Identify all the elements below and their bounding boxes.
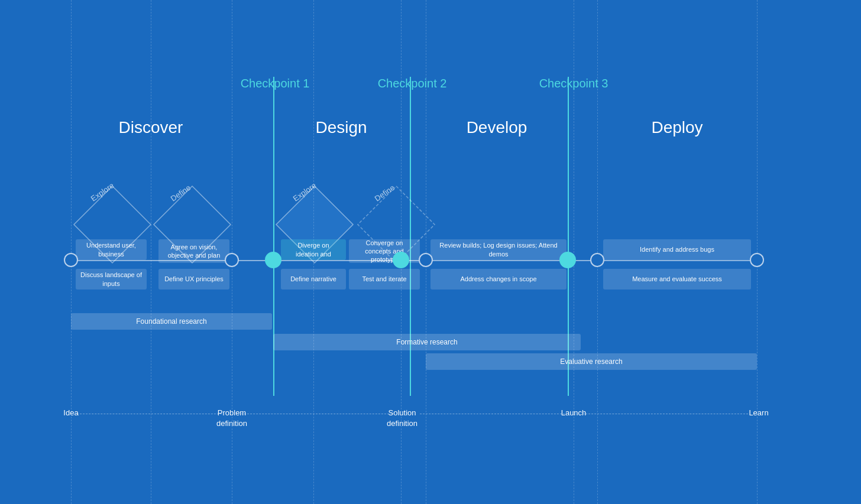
node-learn <box>750 253 764 267</box>
node-idea <box>64 253 78 267</box>
activity-understand: Understand user, business <box>76 239 147 260</box>
node-cp3-right <box>590 253 604 267</box>
milestone-solution: Solutiondefinition <box>373 408 432 429</box>
milestone-idea: Idea <box>53 408 89 418</box>
activity-converge: Converge on concepts and prototype <box>349 239 420 263</box>
bar-evaluative: Evaluative research <box>426 353 757 370</box>
phase-design: Design <box>273 118 409 137</box>
milestone-launch: Launch <box>556 408 591 418</box>
bottom-line-2 <box>241 414 392 414</box>
node-cp1-left <box>225 253 239 267</box>
node-cp3-left <box>559 252 576 268</box>
checkpoint-1-label: Checkpoint 1 <box>231 77 319 90</box>
milestone-problem: Problemdefinition <box>202 408 261 429</box>
node-cp2-right <box>419 253 433 267</box>
bar-foundational: Foundational research <box>71 313 272 330</box>
phase-deploy: Deploy <box>597 118 757 137</box>
activity-review: Review builds; Log design issues; Attend… <box>430 239 567 260</box>
vline-8 <box>597 0 598 504</box>
activity-diverge: Diverge on ideation and <box>281 239 346 260</box>
bottom-line-3 <box>420 414 565 414</box>
node-cp2-left <box>393 252 409 268</box>
checkpoint-3-label: Checkpoint 3 <box>529 77 618 90</box>
vline-7 <box>574 0 574 504</box>
bottom-line-1 <box>77 414 222 414</box>
bar-formative: Formative research <box>273 334 581 350</box>
checkpoint-2-label: Checkpoint 2 <box>368 77 457 90</box>
activity-test: Test and iterate <box>349 269 420 290</box>
activity-define-narrative: Define narrative <box>281 269 346 290</box>
activity-measure: Measure and evaluate success <box>603 269 751 290</box>
activity-agree: Agree on vision, objective and plan <box>158 239 229 263</box>
bar-foundational-label: Foundational research <box>136 317 206 326</box>
bar-evaluative-label: Evaluative research <box>560 357 622 366</box>
bar-formative-label: Formative research <box>396 338 457 346</box>
activity-address: Address changes in scope <box>430 269 567 290</box>
activity-define-ux: Define UX principles <box>158 269 229 290</box>
diagram-container: Checkpoint 1 Checkpoint 2 Checkpoint 3 D… <box>0 0 861 504</box>
phase-develop: Develop <box>426 118 568 137</box>
milestone-learn: Learn <box>744 408 773 418</box>
activity-identify: Identify and address bugs <box>603 239 751 260</box>
activity-discuss: Discuss landscape of inputs <box>76 269 147 290</box>
bottom-line-4 <box>582 414 748 414</box>
node-cp1-right <box>265 252 281 268</box>
phase-discover: Discover <box>77 118 225 137</box>
vline-9 <box>757 0 758 504</box>
